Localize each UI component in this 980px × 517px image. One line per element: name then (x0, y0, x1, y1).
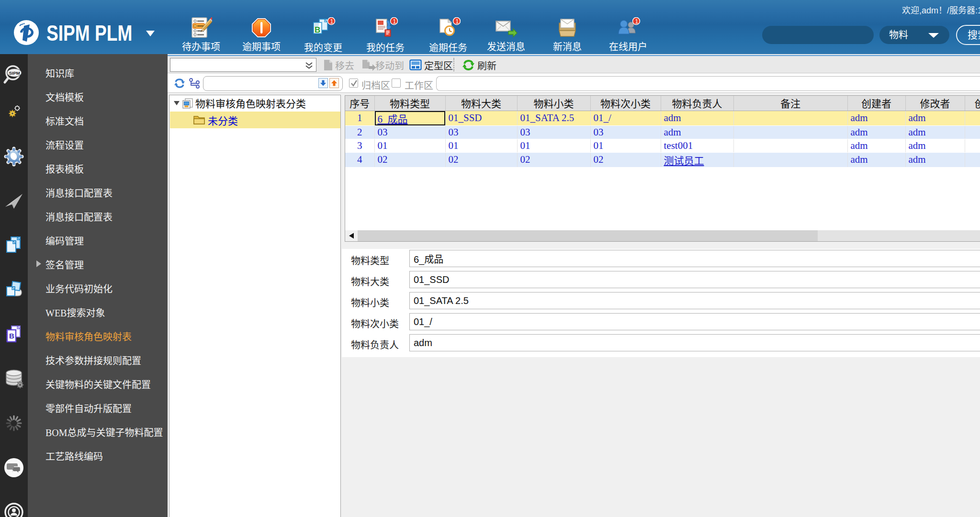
svg-text:1: 1 (330, 18, 334, 25)
svg-text:SIPM: SIPM (9, 70, 20, 76)
svg-text:B: B (9, 332, 14, 340)
svg-text:1: 1 (393, 18, 396, 25)
svg-text:B: B (315, 25, 320, 34)
svg-text:1: 1 (635, 18, 639, 25)
svg-text:1: 1 (456, 18, 459, 25)
